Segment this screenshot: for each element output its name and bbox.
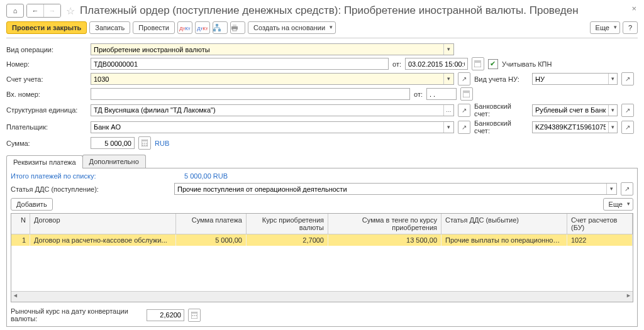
grid-more-button[interactable]: Еще [603, 198, 633, 211]
save-button[interactable]: Записать [89, 21, 130, 34]
currency-link[interactable]: RUB [155, 140, 169, 147]
dropdown-icon[interactable]: ▾ [606, 184, 616, 194]
add-button[interactable]: Добавить [11, 198, 53, 211]
kpn-label: Учитывать КПН [502, 60, 552, 68]
date-from-label: от: [392, 60, 401, 68]
structural-unit-field[interactable]: … [91, 104, 454, 116]
svg-point-22 [196, 315, 197, 316]
dropdown-icon[interactable]: ▾ [443, 74, 453, 84]
close-icon[interactable]: × [631, 4, 636, 13]
print-icon[interactable] [230, 21, 245, 34]
svg-rect-19 [192, 312, 197, 314]
svg-point-20 [192, 315, 193, 316]
payer-field[interactable]: ▾ [91, 121, 454, 133]
structure-icon[interactable] [213, 21, 228, 34]
market-rate-field[interactable] [147, 309, 184, 321]
structural-unit-label: Структурная единица: [6, 106, 87, 114]
kpn-checkbox[interactable]: ✔ [488, 59, 498, 69]
svg-point-17 [146, 145, 147, 146]
more-icon[interactable]: … [443, 105, 453, 116]
dt-kt-icon[interactable]: ДтКт [177, 21, 192, 34]
post-and-close-button[interactable]: Провести и закрыть [6, 21, 87, 34]
number-label: Номер: [6, 60, 87, 68]
svg-rect-2 [218, 29, 221, 31]
incoming-date-from-label: от: [414, 91, 423, 98]
total-payments-label: Итого платежей по списку: [11, 172, 180, 180]
dropdown-icon[interactable]: ▾ [608, 122, 617, 133]
dds-article-field[interactable]: ▾ [174, 183, 617, 195]
operation-type-field[interactable]: ▾ [91, 43, 454, 55]
col-rate[interactable]: Курс приобретения валюты [247, 214, 328, 234]
payer-label: Плательщик: [6, 123, 87, 131]
col-account[interactable]: Счет расчетов (БУ) [567, 214, 633, 234]
svg-point-13 [144, 143, 145, 144]
number-field[interactable] [91, 58, 389, 70]
open-icon[interactable]: ↗ [458, 104, 470, 117]
incoming-date-field[interactable] [426, 88, 457, 100]
nu-type-field[interactable]: ▾ [532, 73, 618, 85]
dropdown-icon[interactable]: ▾ [443, 44, 453, 55]
col-contract[interactable]: Договор [30, 214, 176, 234]
more-button[interactable]: Еще [590, 21, 620, 34]
svg-point-14 [146, 143, 147, 144]
svg-rect-5 [233, 29, 236, 31]
svg-rect-0 [216, 24, 218, 26]
dropdown-icon[interactable]: ▾ [608, 74, 617, 84]
amount-label: Сумма: [6, 140, 87, 147]
date-field[interactable] [405, 58, 468, 70]
col-dds[interactable]: Статья ДДС (выбытие) [441, 214, 567, 234]
open-icon[interactable]: ↗ [621, 121, 634, 134]
back-button[interactable]: ← [27, 4, 44, 17]
dds-article-label: Статья ДДС (поступление): [11, 185, 170, 193]
operation-type-label: Вид операции: [6, 46, 87, 53]
payments-grid: N Договор Сумма платежа Курс приобретени… [11, 213, 633, 302]
nu-type-label: Вид учета НУ: [474, 75, 528, 83]
account-label: Счет учета: [6, 75, 87, 83]
bank-account-field[interactable]: ▾ [532, 104, 618, 116]
favorite-star-icon[interactable]: ☆ [66, 5, 75, 17]
bank-account-label: Банковский счет: [474, 102, 528, 118]
incoming-number-label: Вх. номер: [6, 91, 87, 98]
table-row[interactable]: 1 Договор на расчетно-кассовое обслужи..… [11, 234, 633, 246]
col-tenge[interactable]: Сумма в тенге по курсу приобретения [328, 214, 441, 234]
horizontal-scrollbar[interactable] [11, 291, 633, 302]
open-icon[interactable]: ↗ [621, 104, 634, 117]
dropdown-icon[interactable]: ▾ [608, 105, 617, 116]
calculator-icon[interactable] [188, 309, 201, 322]
svg-rect-7 [474, 61, 481, 63]
incoming-number-field[interactable] [91, 88, 410, 100]
svg-rect-1 [213, 29, 216, 31]
svg-point-16 [144, 145, 145, 146]
amount-field[interactable] [91, 137, 135, 149]
svg-point-12 [142, 143, 143, 144]
calendar-icon[interactable] [460, 87, 473, 101]
tab-additional[interactable]: Дополнительно [82, 155, 146, 168]
col-n[interactable]: N [11, 214, 30, 234]
svg-rect-4 [233, 25, 236, 26]
home-button[interactable]: ⌂ [6, 4, 24, 18]
total-payments-value: 5 000,00 RUB [184, 172, 228, 180]
page-title: Платежный ордер (поступление денежных ср… [80, 4, 579, 17]
dropdown-icon[interactable]: ▾ [443, 122, 453, 133]
svg-rect-9 [463, 91, 470, 93]
create-based-on-button[interactable]: Создать на основании [248, 21, 336, 34]
open-icon[interactable]: ↗ [458, 121, 470, 134]
open-icon[interactable]: ↗ [621, 182, 633, 195]
account-field[interactable]: ▾ [91, 73, 454, 85]
svg-point-21 [194, 315, 195, 316]
open-icon[interactable]: ↗ [458, 72, 470, 85]
forward-button: → [44, 4, 60, 17]
dt-kt-alt-icon[interactable]: ДтКт [195, 21, 210, 34]
svg-rect-11 [142, 140, 147, 141]
help-icon[interactable]: ? [623, 21, 638, 34]
svg-point-15 [142, 145, 143, 146]
calendar-icon[interactable] [472, 57, 484, 70]
open-icon[interactable]: ↗ [621, 72, 634, 85]
bank-account2-field[interactable]: ▾ [532, 121, 618, 133]
market-rate-label: Рыночный курс на дату конвертации валюты… [11, 307, 143, 322]
calculator-icon[interactable] [138, 136, 151, 150]
bank-account2-label: Банковский счет: [474, 119, 528, 135]
post-button[interactable]: Провести [133, 21, 175, 34]
col-amount[interactable]: Сумма платежа [176, 214, 247, 234]
tab-payment-details[interactable]: Реквизиты платежа [6, 155, 83, 168]
